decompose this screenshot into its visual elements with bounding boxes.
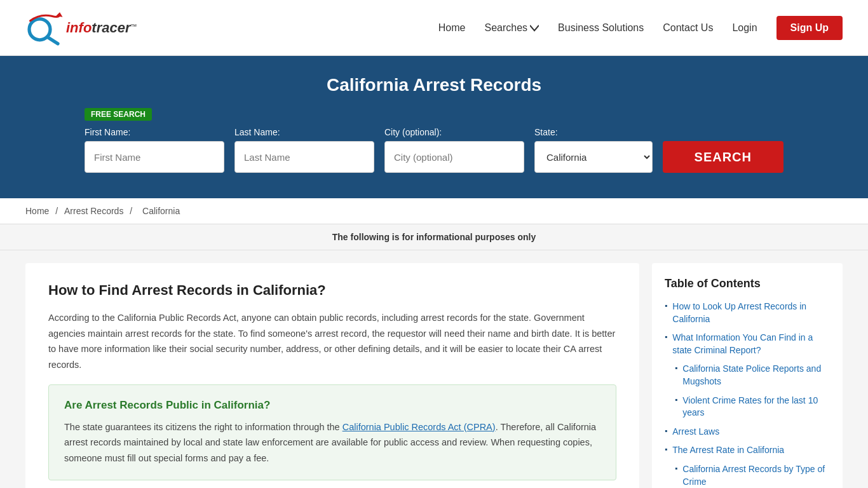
toc-link-7[interactable]: California Arrest Records by Type of Cri… — [682, 463, 830, 488]
toc-link-4[interactable]: Violent Crime Rates for the last 10 year… — [682, 395, 830, 419]
hero-section: California Arrest Records FREE SEARCH Fi… — [0, 56, 868, 198]
page-title: California Arrest Records — [25, 75, 843, 95]
toc-section: Table of Contents How to Look Up Arrest … — [652, 263, 843, 488]
toc-link-6[interactable]: The Arrest Rate in California — [672, 444, 784, 457]
nav-home[interactable]: Home — [438, 22, 466, 34]
state-select[interactable]: California Alabama Alaska Arizona Arkans… — [534, 141, 653, 173]
cpra-link[interactable]: California Public Records Act (CPRA) — [342, 422, 496, 432]
toc-item: Arrest Laws — [665, 426, 830, 438]
search-labels: First Name: Last Name: City (optional): … — [85, 127, 783, 137]
last-name-label: Last Name: — [234, 127, 374, 137]
toc-item: How to Look Up Arrest Records in Califor… — [665, 301, 830, 325]
toc-item: The Arrest Rate in California — [665, 444, 830, 457]
toc-heading: Table of Contents — [665, 277, 830, 290]
info-notice: The following is for informational purpo… — [0, 224, 868, 250]
green-box-heading: Are Arrest Records Public in California? — [64, 399, 600, 412]
first-name-label: First Name: — [85, 127, 224, 137]
breadcrumb-sep1: / — [55, 206, 60, 216]
signup-button[interactable]: Sign Up — [776, 16, 843, 40]
search-form: FREE SEARCH First Name: Last Name: City … — [85, 108, 783, 173]
search-button[interactable]: SEARCH — [663, 141, 783, 173]
last-name-input[interactable] — [234, 141, 374, 173]
logo[interactable]: infotracer™ — [25, 9, 137, 47]
breadcrumb-arrest-records[interactable]: Arrest Records — [64, 206, 123, 216]
green-box-body: The state guarantees its citizens the ri… — [64, 419, 600, 466]
nav-business[interactable]: Business Solutions — [558, 22, 644, 34]
green-box: Are Arrest Records Public in California?… — [48, 384, 616, 481]
logo-icon — [25, 9, 64, 47]
breadcrumb-home[interactable]: Home — [25, 206, 49, 216]
city-label: City (optional): — [384, 127, 524, 137]
toc-link-5[interactable]: Arrest Laws — [672, 426, 719, 438]
toc-link-2[interactable]: What Information You Can Find in a state… — [672, 332, 830, 356]
toc-list: How to Look Up Arrest Records in Califor… — [665, 301, 830, 488]
toc-link-1[interactable]: How to Look Up Arrest Records in Califor… — [672, 301, 830, 325]
state-label: State: — [534, 127, 783, 137]
toc-item-sub: Violent Crime Rates for the last 10 year… — [665, 395, 830, 419]
breadcrumb: Home / Arrest Records / California — [0, 198, 868, 224]
login-button[interactable]: Login — [732, 22, 757, 34]
search-fields: California Alabama Alaska Arizona Arkans… — [85, 141, 783, 173]
article-body: According to the California Public Recor… — [48, 310, 616, 373]
main-content: How to Find Arrest Records in California… — [0, 250, 868, 488]
main-nav: Home Searches Business Solutions Contact… — [438, 16, 843, 40]
free-search-badge: FREE SEARCH — [85, 108, 152, 121]
article-heading: How to Find Arrest Records in California… — [48, 282, 616, 299]
city-input[interactable] — [384, 141, 524, 173]
toc-link-3[interactable]: California State Police Reports and Mugs… — [682, 363, 830, 388]
breadcrumb-sep2: / — [130, 206, 135, 216]
toc-item-sub: California State Police Reports and Mugs… — [665, 363, 830, 388]
svg-line-1 — [48, 37, 58, 44]
header: infotracer™ Home Searches Business Solut… — [0, 0, 868, 56]
article-section: How to Find Arrest Records in California… — [25, 263, 639, 488]
toc-item: What Information You Can Find in a state… — [665, 332, 830, 356]
breadcrumb-california: California — [142, 206, 180, 216]
toc-item-sub: California Arrest Records by Type of Cri… — [665, 463, 830, 488]
first-name-input[interactable] — [85, 141, 224, 173]
nav-contact[interactable]: Contact Us — [663, 22, 713, 34]
nav-searches[interactable]: Searches — [484, 22, 539, 34]
chevron-down-icon — [530, 24, 539, 32]
